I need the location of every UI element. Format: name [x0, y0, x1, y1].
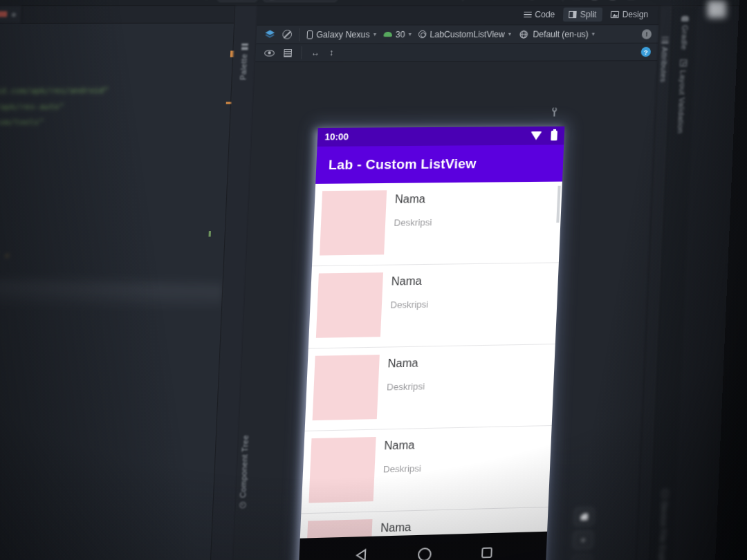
warning-icon [70, 102, 71, 111]
blueprint-mode-icon[interactable] [284, 49, 292, 57]
device-manager-icon[interactable] [607, 0, 619, 1]
item-name: Nama [384, 439, 415, 453]
zoom-fit-icon [580, 513, 589, 521]
editor-tabbar [0, 6, 234, 24]
device-select[interactable]: Pixel 3 API 28 ▾ [263, 0, 338, 2]
zoom-out-button[interactable]: − [571, 554, 593, 560]
orientation-icon[interactable] [282, 30, 292, 39]
preview-device-select[interactable]: Galaxy Nexus ▾ [307, 29, 377, 39]
run-controls: app ▾ Pixel 3 API 28 ▾ ▶ ↻ [200, 0, 457, 3]
help-icon[interactable]: ? [640, 47, 651, 57]
chevron-down-icon: ▾ [508, 31, 511, 37]
status-bar: 10:00 [317, 127, 565, 147]
code-line: droid.com/apk/res/android" [0, 86, 115, 96]
apply-code-changes-icon[interactable] [377, 0, 389, 1]
wrench-icon[interactable] [551, 107, 559, 120]
view-options-icon[interactable] [264, 50, 275, 56]
item-image [305, 519, 372, 539]
palette-label: Palette [239, 53, 248, 80]
zoom-controls: + − [571, 507, 595, 560]
attributes-icon [661, 37, 668, 44]
list-view[interactable]: Nama Deskripsi Nama Deskripsi Nama Deskr… [300, 182, 562, 539]
list-item[interactable]: Nama Deskripsi [312, 182, 562, 267]
toolbar-right [553, 0, 655, 3]
match-width-icon[interactable]: ↔ [311, 48, 320, 58]
theme-select[interactable]: LabCustomListView ▾ [418, 29, 511, 39]
tab-gradle[interactable]: Gradle [672, 16, 697, 50]
history-icon[interactable] [526, 0, 538, 1]
app-bar: Lab - Custom ListView [315, 144, 564, 184]
screen-glare [0, 274, 223, 311]
android-icon [383, 32, 392, 37]
vcs-commit-icon[interactable]: ✓ [508, 0, 519, 1]
design-pane: Code Split Design [232, 6, 659, 560]
device-file-explorer-icon [662, 489, 668, 498]
error-stripe-mark [209, 231, 212, 236]
code-line: ext" [0, 236, 1, 245]
render-issues-icon[interactable]: ! [642, 29, 652, 39]
zoom-in-button[interactable]: + [572, 530, 593, 550]
list-item[interactable]: Nama Deskripsi [301, 426, 551, 514]
design-toolbar: Galaxy Nexus ▾ 30 ▾ LabCustomListView ▾ [256, 24, 658, 44]
vcs-controls: Git: ↙ ✓ ↶ [463, 0, 564, 3]
warning-icon [114, 86, 115, 95]
design-icon [610, 11, 619, 18]
component-tree-icon [239, 501, 246, 508]
sdk-manager-icon[interactable] [625, 0, 637, 1]
device-file-explorer-label: Device File Explorer [657, 501, 669, 560]
tab-device-file-explorer[interactable]: Device File Explorer [649, 489, 676, 560]
layout-validation-icon [679, 59, 686, 66]
layout-validation-label: Layout Validation [676, 70, 687, 133]
run-button[interactable]: ▶ [343, 0, 355, 1]
list-item[interactable]: Nama Deskripsi [305, 344, 555, 431]
api-level-select[interactable]: 30 ▾ [383, 29, 412, 39]
item-image [320, 190, 387, 255]
debug-icon[interactable] [394, 0, 406, 1]
item-image [313, 355, 380, 420]
device-preview[interactable]: 10:00 Lab - Custom ListView Nama Deskrip… [298, 127, 564, 560]
terminal-icon[interactable] [571, 0, 582, 1]
match-height-icon[interactable]: ↕ [329, 48, 334, 58]
item-description: Deskripsi [387, 381, 425, 393]
globe-icon [518, 28, 530, 39]
tab-palette[interactable]: Palette [232, 44, 256, 80]
design-toolbar-secondary: ↔ ↕ ? [255, 44, 658, 62]
locale-select[interactable]: Default (en-us) ▾ [518, 28, 595, 40]
run-config-select[interactable]: app ▾ [217, 0, 257, 2]
toolbar-separator [463, 0, 464, 1]
item-description: Deskripsi [383, 463, 422, 475]
profiler-icon[interactable] [428, 0, 440, 1]
warning-icon [50, 118, 50, 127]
editor-mode-row: Code Split Design [257, 6, 660, 25]
vcs-update-icon[interactable]: ↙ [490, 0, 501, 1]
home-button[interactable] [418, 548, 432, 560]
project-structure-icon[interactable] [553, 0, 564, 1]
avd-manager-icon[interactable] [589, 0, 601, 1]
chevron-down-icon: ▾ [374, 31, 377, 37]
tab-layout-validation[interactable]: Layout Validation [668, 59, 696, 133]
item-name: Nama [387, 357, 418, 370]
search-icon[interactable] [643, 0, 655, 1]
tab-design[interactable]: Design [605, 8, 654, 21]
tab-split[interactable]: Split [563, 8, 602, 21]
theme-icon [418, 30, 427, 38]
workspace: droid.com/apk/res/android"com/apk/res-au… [0, 6, 739, 560]
tab-code[interactable]: Code [518, 8, 561, 22]
list-item[interactable]: Nama Deskripsi [308, 263, 559, 348]
design-surface[interactable]: 10:00 Lab - Custom ListView Nama Deskrip… [232, 61, 657, 560]
attach-debugger-icon[interactable] [412, 0, 423, 1]
item-image [316, 272, 383, 338]
layers-icon[interactable] [264, 29, 275, 41]
editor-pane: droid.com/apk/res/android"com/apk/res-au… [0, 6, 235, 560]
wifi-icon [531, 131, 542, 140]
tab-component-tree[interactable]: Component Tree [238, 435, 250, 508]
item-description: Deskripsi [390, 299, 429, 310]
close-icon[interactable] [12, 12, 17, 17]
editor-tab[interactable] [0, 6, 22, 23]
apply-changes-icon[interactable]: ↻ [360, 0, 372, 1]
zoom-fit-button[interactable] [573, 507, 595, 526]
stop-icon[interactable]: ■ [445, 0, 457, 1]
android-studio-window: app ▾ Pixel 3 API 28 ▾ ▶ ↻ [0, 0, 740, 560]
back-button[interactable] [354, 548, 368, 560]
recents-button[interactable] [481, 548, 492, 559]
